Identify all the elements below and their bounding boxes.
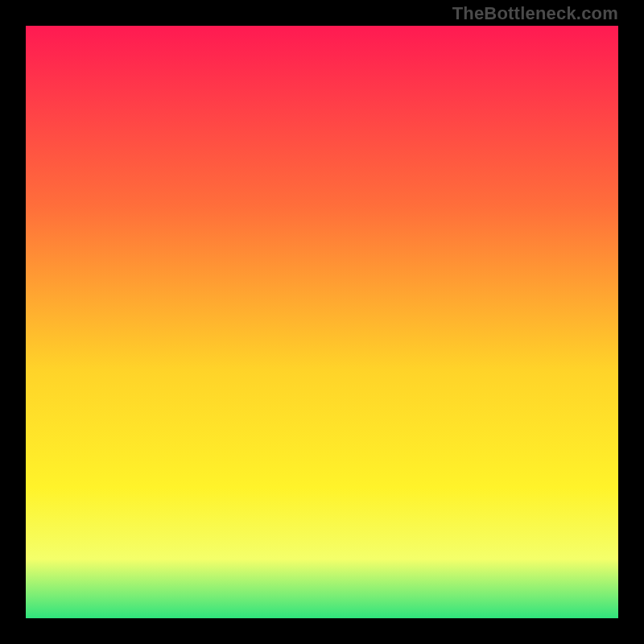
chart-svg [26, 26, 618, 618]
plot-area [26, 26, 618, 618]
attribution-watermark: TheBottleneck.com [452, 3, 618, 24]
